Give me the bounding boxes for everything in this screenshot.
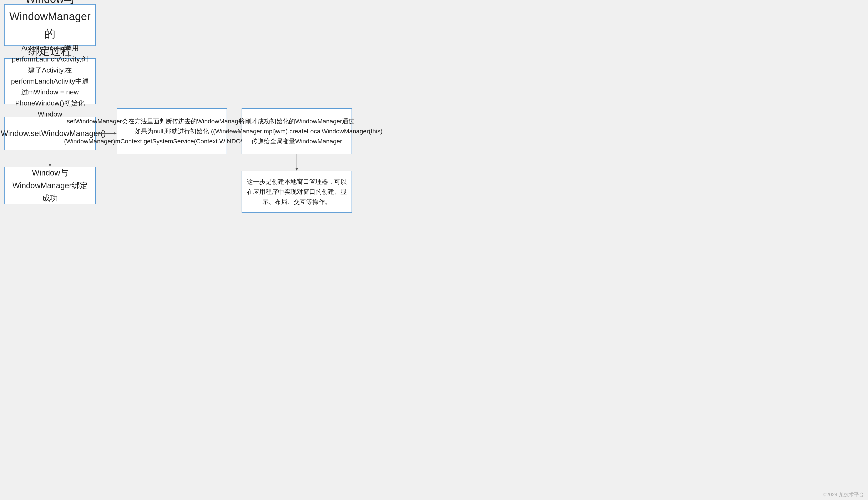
diagram-arrows [0, 0, 868, 500]
box-create-local-wm: 将刚才成功初始化的WindowManager通过((WindowManagerI… [242, 109, 352, 154]
box6-text: 这一步是创建本地窗口管理器，可以在应用程序中实现对窗口的创建、显示、布局、交互等… [246, 177, 347, 207]
title-box: Window与WindowManager的 绑定过程 [4, 4, 96, 46]
svg-marker-9 [295, 168, 298, 171]
box-activity-thread: ActivityThread调用performLaunchActivity,创建… [4, 58, 96, 104]
box-local-wm-desc: 这一步是创建本地窗口管理器，可以在应用程序中实现对窗口的创建、显示、布局、交互等… [242, 171, 352, 213]
box5-text: 将刚才成功初始化的WindowManager通过((WindowManagerI… [211, 116, 383, 146]
box3-text: Window与WindowManager绑定成功 [9, 167, 91, 204]
box1-text: ActivityThread调用performLaunchActivity,创建… [9, 43, 91, 120]
watermark: ©2024 某技术平台 [823, 491, 864, 498]
box-bind-success: Window与WindowManager绑定成功 [4, 167, 96, 204]
box-set-wm-desc: setWindowManager会在方法里面判断传进去的WindowManage… [117, 109, 227, 154]
